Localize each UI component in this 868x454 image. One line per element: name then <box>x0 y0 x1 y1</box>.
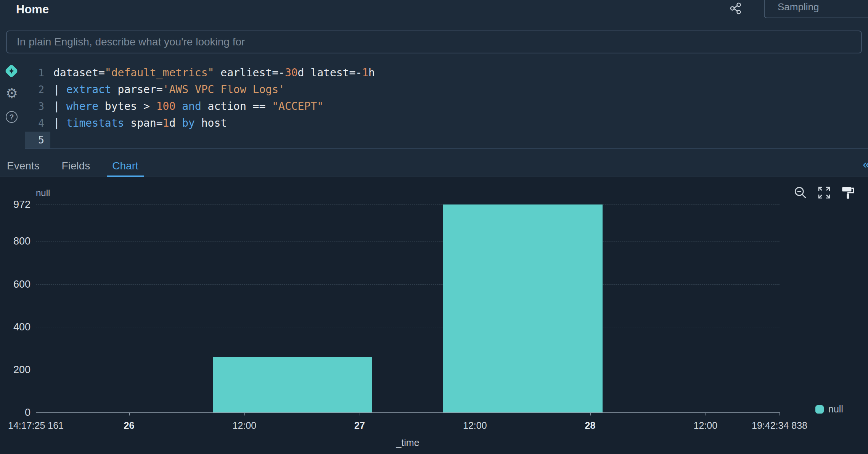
x-tick-mark <box>360 412 360 415</box>
code-content: | where bytes > 100 and action == "ACCEP… <box>50 98 323 115</box>
y-tick-label: 400 <box>13 321 31 333</box>
x-tick-label: 28 <box>585 420 596 431</box>
plot-area[interactable] <box>36 204 780 413</box>
app-window: Home Sampling ⚙ ? <box>0 0 868 454</box>
code-line[interactable]: 4| timestats span=1d by host <box>25 115 868 132</box>
zoom-out-icon <box>793 185 808 201</box>
gridline <box>36 204 780 205</box>
x-tick-label: 12:00 <box>232 420 256 431</box>
x-tick-label: 14:17:25 161 <box>8 420 64 431</box>
tab-chart[interactable]: Chart <box>107 155 143 177</box>
chart-panel: null 9728006004002000 14:17:25 1612612:0… <box>0 177 868 454</box>
line-number: 2 <box>25 81 50 98</box>
code-content: dataset="default_metrics" earliest=-30d … <box>50 64 375 81</box>
x-tick-mark <box>244 412 245 415</box>
x-tick-label: 12:00 <box>463 420 487 431</box>
gridline <box>36 241 780 241</box>
gridline <box>36 327 780 327</box>
paint-roller-icon <box>840 185 855 202</box>
x-tick-mark <box>36 412 36 415</box>
code-content <box>50 132 53 148</box>
gridline <box>36 284 780 285</box>
y-tick-label: 0 <box>25 407 31 419</box>
code-line[interactable]: 2| extract parser='AWS VPC Flow Logs' <box>25 81 868 98</box>
page-title: Home <box>16 0 49 19</box>
y-tick-label: 972 <box>13 199 31 211</box>
help-button[interactable]: ? <box>6 111 18 123</box>
settings-button[interactable]: ⚙ <box>4 86 19 101</box>
collapse-chevron-icon[interactable]: « <box>863 157 868 171</box>
code-content: | extract parser='AWS VPC Flow Logs' <box>50 81 285 98</box>
x-tick-label: 19:42:34 838 <box>752 420 807 431</box>
tab-fields[interactable]: Fields <box>56 155 96 177</box>
gridline <box>36 370 780 370</box>
code-content: | timestats span=1d by host <box>50 115 227 132</box>
y-axis-ticks: 9728006004002000 <box>0 204 31 413</box>
legend-label: null <box>828 404 843 415</box>
y-tick-label: 600 <box>13 278 31 290</box>
x-tick-mark <box>475 412 475 415</box>
editor-rail: ⚙ ? <box>0 63 25 155</box>
x-axis-title: _time <box>36 437 780 448</box>
help-icon: ? <box>10 113 14 121</box>
chart-style-button[interactable] <box>839 185 857 202</box>
code-line[interactable]: 1dataset="default_metrics" earliest=-30d… <box>25 64 868 81</box>
query-editor[interactable]: 1dataset="default_metrics" earliest=-30d… <box>25 63 868 149</box>
x-tick-label: 12:00 <box>693 420 717 431</box>
tab-events[interactable]: Events <box>2 155 45 177</box>
code-line[interactable]: 3| where bytes > 100 and action == "ACCE… <box>25 98 868 115</box>
gear-icon: ⚙ <box>6 86 18 101</box>
legend-swatch <box>815 405 824 414</box>
query-editor-lines: 1dataset="default_metrics" earliest=-30d… <box>25 64 868 148</box>
zoom-out-button[interactable] <box>792 185 809 202</box>
chart-legend[interactable]: null <box>815 404 843 415</box>
chart-toolbar <box>792 185 857 202</box>
sampling-dropdown[interactable]: Sampling <box>764 0 868 18</box>
bar <box>443 204 603 412</box>
line-number: 5 <box>25 132 50 148</box>
bar <box>213 357 372 412</box>
ai-assist-button[interactable] <box>4 64 19 78</box>
sparkle-star-icon <box>8 68 15 74</box>
sampling-label: Sampling <box>778 1 819 13</box>
x-tick-label: 27 <box>354 420 365 431</box>
x-axis-ticks: 14:17:25 1612612:002712:002812:0019:42:3… <box>36 420 780 432</box>
x-tick-label: 26 <box>124 420 135 431</box>
tab-bar: EventsFieldsChart« <box>0 149 868 177</box>
y-tick-label: 800 <box>13 235 31 247</box>
code-line[interactable]: 5 <box>25 132 868 148</box>
x-tick-mark <box>780 412 780 415</box>
share-icon <box>728 1 743 17</box>
y-axis-title: null <box>36 188 50 198</box>
line-number: 1 <box>25 64 50 81</box>
y-tick-label: 200 <box>13 364 31 375</box>
x-tick-mark <box>706 412 706 415</box>
line-number: 3 <box>25 98 50 115</box>
x-tick-mark <box>129 412 130 415</box>
share-button[interactable] <box>728 1 744 17</box>
x-tick-mark <box>590 412 591 415</box>
search-input[interactable] <box>6 31 862 53</box>
fullscreen-button[interactable] <box>815 185 833 202</box>
fullscreen-icon <box>817 186 831 201</box>
line-number: 4 <box>25 115 50 132</box>
